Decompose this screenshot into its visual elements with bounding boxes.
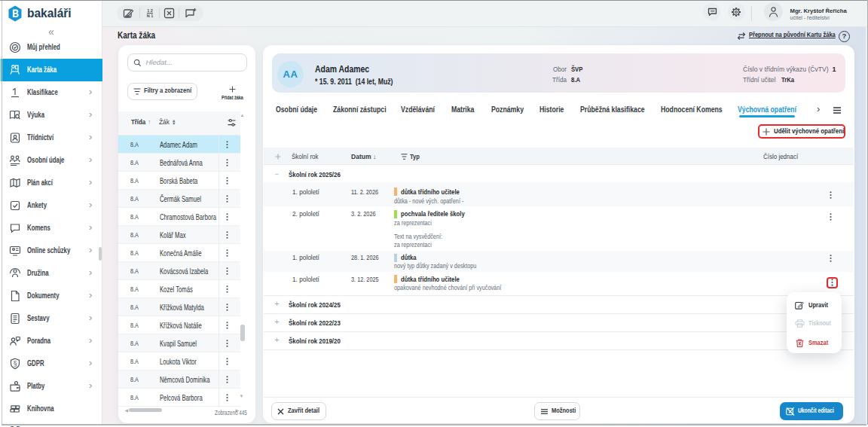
svg-text:§: §: [14, 360, 17, 368]
